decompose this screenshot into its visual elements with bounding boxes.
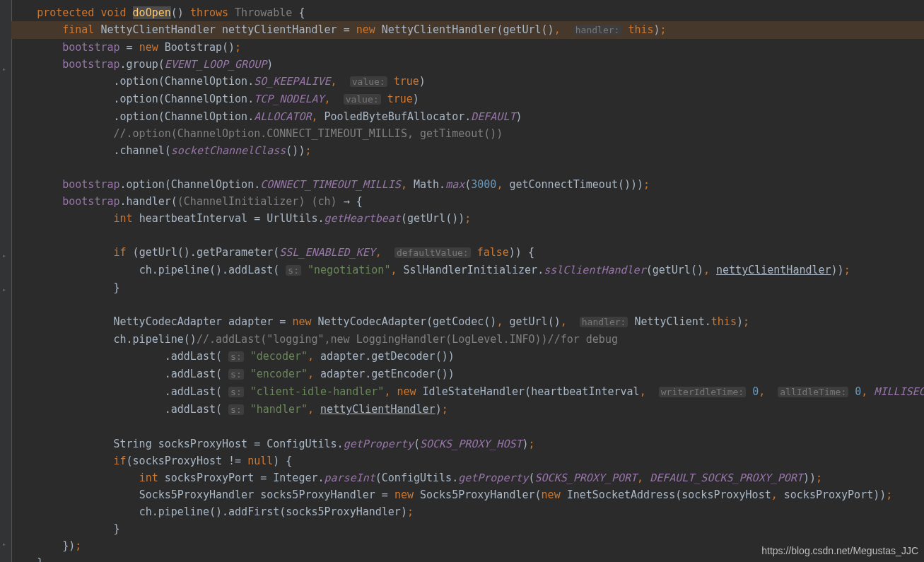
code-line[interactable]: .option(ChannelOption.SO_KEEPALIVE, valu… bbox=[11, 73, 924, 90]
code-line[interactable]: } bbox=[11, 279, 924, 296]
code-line[interactable]: protected void doOpen() throws Throwable… bbox=[11, 4, 924, 21]
fold-marker-icon[interactable]: ▸ bbox=[2, 281, 9, 288]
code-line[interactable]: bootstrap.group(EVENT_LOOP_GROUP) bbox=[11, 56, 924, 73]
code-line[interactable]: .addLast( s: "encoder", adapter.getEncod… bbox=[11, 365, 924, 383]
code-line[interactable] bbox=[11, 418, 924, 435]
code-line[interactable]: if(socksProxyHost != null) { bbox=[11, 452, 924, 469]
code-line[interactable]: bootstrap.option(ChannelOption.CONNECT_T… bbox=[11, 176, 924, 193]
editor-gutter: ▸ ▸ ▸ ▸ bbox=[0, 0, 12, 562]
code-line[interactable] bbox=[11, 227, 924, 244]
code-line[interactable]: .addLast( s: "decoder", adapter.getDecod… bbox=[11, 348, 924, 365]
watermark-text: https://blog.csdn.net/Megustas_JJC bbox=[761, 542, 918, 559]
code-line[interactable] bbox=[11, 296, 924, 313]
code-line[interactable]: ch.pipeline().addLast( s: "negotiation",… bbox=[11, 262, 924, 279]
code-line[interactable]: ch.pipeline().addFirst(socks5ProxyHandle… bbox=[11, 503, 924, 520]
code-area[interactable]: protected void doOpen() throws Throwable… bbox=[11, 0, 924, 562]
code-line[interactable] bbox=[11, 159, 924, 176]
fold-marker-icon[interactable]: ▸ bbox=[2, 247, 9, 254]
code-line[interactable]: final NettyClientHandler nettyClientHand… bbox=[11, 21, 924, 39]
code-line[interactable]: .option(ChannelOption.ALLOCATOR, PooledB… bbox=[11, 108, 924, 125]
code-line[interactable]: //.option(ChannelOption.CONNECT_TIMEOUT_… bbox=[11, 125, 924, 142]
code-line[interactable]: } bbox=[11, 520, 924, 537]
code-line[interactable]: int socksProxyPort = Integer.parseInt(Co… bbox=[11, 469, 924, 486]
code-line[interactable]: bootstrap.handler((ChannelInitializer) (… bbox=[11, 193, 924, 210]
code-line[interactable]: if (getUrl().getParameter(SSL_ENABLED_KE… bbox=[11, 244, 924, 262]
code-line[interactable]: NettyCodecAdapter adapter = new NettyCod… bbox=[11, 313, 924, 331]
code-editor[interactable]: ▸ ▸ ▸ ▸ protected void doOpen() throws T… bbox=[0, 0, 924, 562]
code-line[interactable]: String socksProxyHost = ConfigUtils.getP… bbox=[11, 435, 924, 452]
code-line[interactable]: int heartbeatInterval = UrlUtils.getHear… bbox=[11, 210, 924, 227]
fold-marker-icon[interactable]: ▸ bbox=[2, 536, 9, 543]
code-line[interactable]: .addLast( s: "handler", nettyClientHandl… bbox=[11, 401, 924, 418]
code-line[interactable]: .option(ChannelOption.TCP_NODELAY, value… bbox=[11, 90, 924, 108]
code-line[interactable]: Socks5ProxyHandler socks5ProxyHandler = … bbox=[11, 486, 924, 503]
code-line[interactable]: bootstrap = new Bootstrap(); bbox=[11, 39, 924, 56]
fold-marker-icon[interactable]: ▸ bbox=[2, 61, 9, 68]
code-line[interactable]: ch.pipeline()//.addLast("logging",new Lo… bbox=[11, 331, 924, 348]
code-line[interactable]: .channel(socketChannelClass()); bbox=[11, 142, 924, 159]
code-line[interactable]: .addLast( s: "client-idle-handler", new … bbox=[11, 383, 924, 401]
